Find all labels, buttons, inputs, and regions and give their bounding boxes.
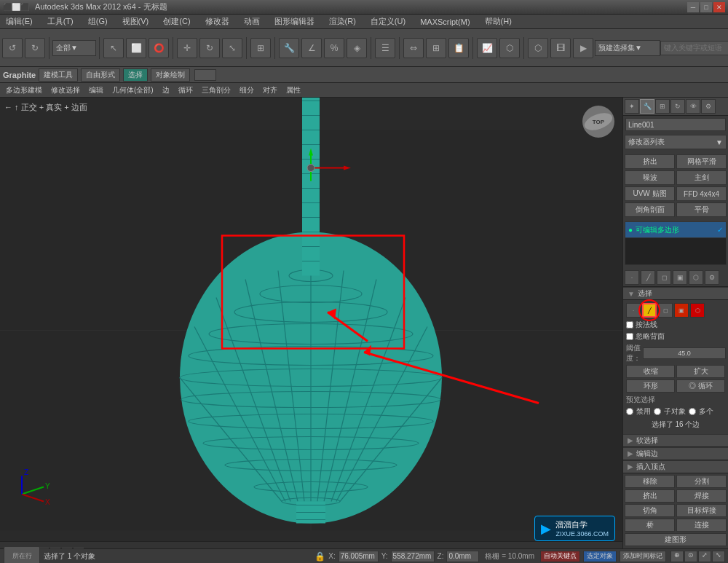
sub-subdivide[interactable]: 细分: [237, 84, 257, 97]
selection-section-header[interactable]: ▼ 选择: [623, 287, 728, 300]
nav-cube[interactable]: TOP: [580, 103, 617, 140]
rotate-btn[interactable]: ↻: [199, 38, 220, 58]
presel-disabled[interactable]: [626, 408, 633, 415]
vp-nav-orbit[interactable]: ⊙: [684, 551, 697, 562]
by-normal-check[interactable]: [626, 321, 633, 328]
menu-customize[interactable]: 自定义(U): [368, 15, 408, 28]
split-btn[interactable]: 分割: [676, 475, 727, 488]
object-name-input[interactable]: [625, 118, 726, 131]
menu-create[interactable]: 创建(C): [160, 15, 193, 28]
render-preset[interactable]: 预建选择集▼: [595, 40, 660, 56]
graphite-modeling[interactable]: 建模工具: [39, 68, 78, 82]
scale-btn[interactable]: ⤡: [222, 38, 242, 58]
loop-btn[interactable]: ◎ 循环: [676, 379, 725, 393]
ring-btn[interactable]: 环形: [626, 379, 675, 393]
modifier-list-dropdown[interactable]: 修改器列表 ▼: [625, 135, 727, 149]
menu-render[interactable]: 渲染(R): [326, 15, 359, 28]
redo-btn[interactable]: ↻: [25, 38, 45, 58]
z-coord-input[interactable]: [446, 551, 479, 562]
menu-maxscript[interactable]: MAXScript(M): [417, 16, 472, 28]
align-btn[interactable]: ⊞: [426, 38, 446, 58]
sub-triangulate[interactable]: 三角剖分: [199, 84, 234, 97]
bridge-btn[interactable]: 桥: [625, 519, 675, 532]
menu-edit[interactable]: 编辑(E): [3, 15, 36, 28]
poly-sel-btn[interactable]: ▣: [674, 303, 689, 318]
mod-noise[interactable]: 噪波: [625, 170, 675, 185]
graphite-paint[interactable]: 对象绘制: [151, 68, 190, 82]
connect-btn[interactable]: 连接: [676, 519, 727, 532]
schematic-btn[interactable]: ⬡: [499, 38, 520, 58]
lasso-btn[interactable]: ⭕: [149, 38, 169, 58]
vertex-sel-btn[interactable]: ·: [626, 303, 641, 318]
menu-view[interactable]: 视图(V): [119, 15, 152, 28]
move-btn[interactable]: ✛: [177, 38, 197, 58]
rp-tab-motion[interactable]: ↻: [670, 99, 685, 114]
menu-help[interactable]: 帮助(H): [482, 15, 515, 28]
weld-btn[interactable]: 焊接: [676, 489, 727, 503]
viewport[interactable]: ← ↑ 正交 + 真实 + 边面 TOP: [0, 98, 622, 563]
menu-group[interactable]: 组(G): [85, 15, 111, 28]
selection-filter[interactable]: 全部▼: [52, 40, 96, 56]
graphite-freeform[interactable]: 自由形式: [81, 68, 120, 82]
percent-snap-btn[interactable]: %: [324, 38, 344, 58]
remove-btn[interactable]: 移除: [625, 475, 675, 488]
edge-sel-btn[interactable]: ╱: [642, 303, 657, 318]
rp-tab-hierarchy[interactable]: ⊞: [655, 99, 670, 114]
menu-tools[interactable]: 工具(T): [44, 15, 76, 28]
mod-sword[interactable]: 主剑: [676, 170, 727, 185]
sub-loop[interactable]: 循环: [175, 84, 196, 97]
mod-flat[interactable]: 平骨: [676, 202, 727, 217]
extrude-btn[interactable]: 挤出: [625, 489, 675, 503]
edge-mode-btn[interactable]: ╱: [641, 270, 655, 285]
sub-edit[interactable]: 编辑: [86, 84, 106, 97]
mat-editor-btn[interactable]: ⬡: [528, 38, 548, 58]
build-shape-btn[interactable]: 建图形: [625, 533, 727, 546]
sub-properties[interactable]: 属性: [283, 84, 304, 97]
x-coord-input[interactable]: [339, 551, 379, 562]
close-btn[interactable]: ✕: [713, 2, 725, 12]
vertex-mode-btn[interactable]: ·: [625, 270, 639, 285]
rp-tab-modify[interactable]: 🔧: [640, 99, 654, 114]
set-key-btn[interactable]: 选定对象: [583, 551, 617, 562]
y-coord-input[interactable]: [391, 551, 435, 562]
graphite-selection[interactable]: 选择: [123, 68, 148, 82]
ignore-backface-check[interactable]: [626, 333, 633, 340]
curve-editor-btn[interactable]: 📈: [477, 38, 497, 58]
shrink-btn[interactable]: 收缩: [626, 365, 675, 378]
mod-meshsmooth[interactable]: 网格平滑: [676, 154, 727, 169]
border-sel-btn[interactable]: ◻: [658, 303, 673, 318]
angle-snap-btn[interactable]: ∠: [301, 38, 322, 58]
snap-btn[interactable]: 🔧: [279, 38, 299, 58]
stack-editable-poly[interactable]: ● 可编辑多边形 ✓: [625, 222, 726, 238]
mod-ffd[interactable]: FFD 4x4x4: [676, 186, 727, 201]
chamfer-btn[interactable]: 切角: [625, 504, 675, 517]
insert-vertex-header[interactable]: ▶插入顶点: [623, 460, 728, 473]
animate-mode-btn[interactable]: 所在行: [4, 546, 40, 564]
rp-tab-display[interactable]: 👁: [686, 99, 700, 114]
sub-geometry-all[interactable]: 几何体(全部): [109, 84, 157, 97]
vp-nav-pan[interactable]: ⊕: [670, 551, 684, 562]
target-weld-btn[interactable]: 目标焊接: [676, 504, 727, 517]
threshold-input[interactable]: [643, 347, 726, 359]
mod-extrude[interactable]: 挤出: [625, 154, 675, 169]
mirror-btn[interactable]: ⇔: [403, 38, 424, 58]
edit-edges-header[interactable]: ▶编辑边: [623, 447, 728, 460]
reference-btn[interactable]: ⊞: [250, 38, 271, 58]
menu-modifiers[interactable]: 修改器: [202, 15, 232, 28]
vp-nav-zoom[interactable]: ⤢: [698, 551, 711, 562]
select-btn[interactable]: ↖: [103, 38, 124, 58]
menu-graph-editor[interactable]: 图形编辑器: [272, 15, 317, 28]
rp-tab-create[interactable]: ✦: [625, 99, 639, 114]
render-btn[interactable]: ▶: [573, 38, 593, 58]
menu-animation[interactable]: 动画: [241, 15, 263, 28]
search-input[interactable]: [660, 41, 728, 55]
soft-selection-header[interactable]: ▶软选择: [623, 434, 728, 447]
element-sel-btn[interactable]: ⬡: [690, 303, 705, 318]
minimize-btn[interactable]: ─: [687, 2, 699, 12]
sub-edge[interactable]: 边: [159, 84, 173, 97]
rp-tab-utilities[interactable]: ⚙: [701, 99, 716, 114]
settings-mode-btn[interactable]: ⚙: [705, 270, 719, 285]
sub-polygon-modeling[interactable]: 多边形建模: [3, 84, 45, 97]
spinner-snap-btn[interactable]: ◈: [347, 38, 367, 58]
presel-multi[interactable]: [689, 408, 696, 415]
